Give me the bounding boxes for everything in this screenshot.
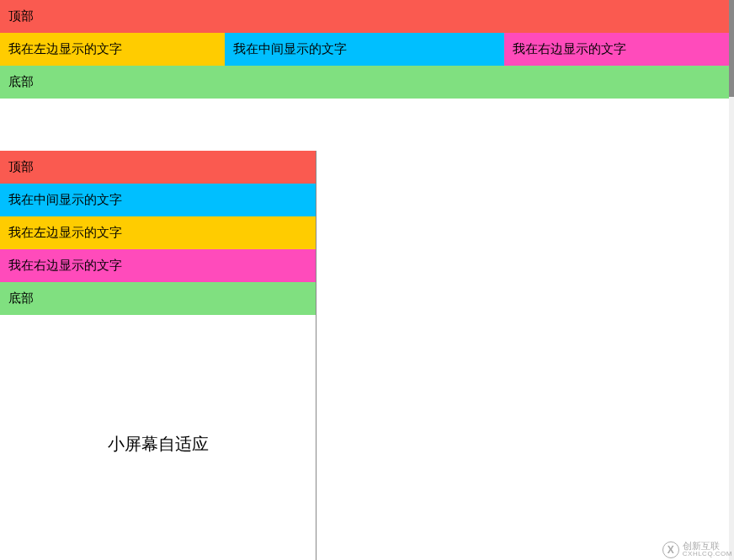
mobile-bottom-bar: 底部 [0,282,316,315]
brand-logo: X 创新互联 CXHLCQ.COM [662,541,732,558]
top-bar: 顶部 [0,0,729,33]
mobile-middle-row: 我在中间显示的文字 [0,184,316,216]
mobile-caption: 小屏幕自适应 [0,433,316,456]
logo-icon: X [662,541,679,558]
logo-brand-en: CXHLCQ.COM [683,551,732,558]
desktop-layout: 顶部 我在左边显示的文字 我在中间显示的文字 我在右边显示的文字 底部 [0,0,729,99]
mobile-layout: 顶部 我在中间显示的文字 我在左边显示的文字 我在右边显示的文字 底部 小屏幕自… [0,151,316,560]
middle-column: 我在中间显示的文字 [225,33,504,66]
logo-text: 创新互联 CXHLCQ.COM [683,541,732,558]
mobile-right-row: 我在右边显示的文字 [0,249,316,282]
right-column: 我在右边显示的文字 [504,33,729,66]
mobile-top-bar: 顶部 [0,151,316,184]
left-column: 我在左边显示的文字 [0,33,225,66]
bottom-bar: 底部 [0,66,729,99]
scrollbar-thumb[interactable] [729,0,734,97]
columns-row: 我在左边显示的文字 我在中间显示的文字 我在右边显示的文字 [0,33,729,66]
mobile-left-row: 我在左边显示的文字 [0,216,316,249]
